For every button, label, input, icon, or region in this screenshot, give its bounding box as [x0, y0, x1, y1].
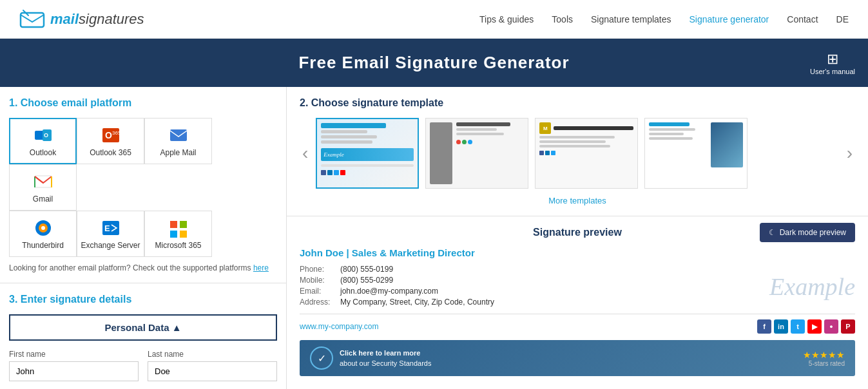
youtube-icon[interactable]: ▶ [807, 319, 822, 334]
section-1-title: 1. Choose email platform [9, 97, 277, 109]
user-manual[interactable]: ⊞ User's manual [810, 51, 855, 75]
platform-gmail[interactable]: Gmail [9, 164, 77, 211]
nav-tips[interactable]: Tips & guides [479, 14, 534, 24]
last-name-label: Last name [148, 350, 277, 359]
sig-preview-header: Signature preview ☾ Dark mode preview [300, 227, 855, 238]
first-name-label: First name [9, 350, 139, 359]
personal-data-header[interactable]: Personal Data ▲ [9, 314, 277, 341]
svg-text:O: O [105, 130, 112, 140]
svg-point-11 [41, 226, 45, 230]
banner-left: ✓ Click here to learn more about our Sec… [310, 346, 431, 370]
hero-banner: Free Email Signature Generator ⊞ User's … [0, 39, 868, 87]
outlook-icon: O [33, 125, 53, 146]
template-2[interactable] [425, 118, 528, 189]
platform-outlook[interactable]: O Outlook [9, 118, 77, 164]
applemail-label: Apple Mail [160, 148, 196, 157]
banner-stars: ★★★★★ [803, 350, 845, 360]
sig-preview-section: Signature preview ☾ Dark mode preview Jo… [287, 216, 868, 386]
first-name-group: First name [9, 350, 139, 381]
sig-mobile-label: Mobile: [300, 276, 335, 285]
platform-applemail[interactable]: Apple Mail [144, 118, 212, 164]
nav-tools[interactable]: Tools [552, 14, 573, 24]
svg-rect-0 [21, 13, 44, 27]
svg-rect-14 [170, 221, 177, 228]
platform-exchange[interactable]: E Exchange Server [77, 211, 144, 257]
thunderbird-icon [33, 218, 53, 238]
right-panel: 2. Choose signature template ‹ Example [287, 87, 868, 389]
svg-text:365: 365 [112, 130, 121, 136]
sig-address-value: My Company, Street, City, Zip Code, Coun… [340, 298, 494, 307]
dark-mode-label: Dark mode preview [780, 228, 846, 237]
twitter-icon[interactable]: t [791, 319, 805, 334]
outlook-label: Outlook [30, 148, 56, 157]
sig-row-address: Address: My Company, Street, City, Zip C… [300, 298, 757, 307]
sig-body: Phone: (800) 555-0199 Mobile: (800) 555-… [300, 265, 855, 308]
banner-rated: 5-stars rated [803, 360, 845, 367]
sig-email-value: john.doe@my-company.com [340, 287, 438, 296]
platform-info: Looking for another email platform? Chec… [9, 263, 277, 272]
section-2-title: 2. Choose signature template [300, 97, 855, 109]
svg-rect-16 [170, 231, 177, 238]
thunderbird-label: Thunderbird [22, 241, 64, 250]
last-name-input[interactable] [148, 361, 277, 381]
first-name-input[interactable] [9, 361, 139, 381]
outlook365-icon: O365 [101, 125, 121, 146]
hero-title: Free Email Signature Generator [13, 53, 855, 73]
sig-details: Phone: (800) 555-0199 Mobile: (800) 555-… [300, 265, 757, 308]
carousel-next[interactable]: › [844, 144, 855, 162]
facebook-icon[interactable]: f [757, 319, 771, 334]
instagram-icon[interactable]: ● [824, 319, 838, 334]
gmail-label: Gmail [33, 194, 53, 204]
svg-text:O: O [44, 132, 48, 138]
templates-row: Example [316, 118, 838, 189]
section-3: 3. Enter signature details Personal Data… [0, 283, 286, 389]
logo-text: mailsignatures [50, 11, 144, 28]
banner-check-icon: ✓ [310, 346, 333, 370]
sig-preview-title: Signature preview [533, 227, 622, 238]
platform-ms365[interactable]: Microsoft 365 [144, 211, 212, 257]
social-icons: f in t ▶ ● P [757, 319, 855, 334]
sig-banner[interactable]: ✓ Click here to learn more about our Sec… [300, 340, 855, 376]
outlook365-label: Outlook 365 [90, 148, 131, 157]
template-3[interactable]: M [535, 118, 638, 189]
platform-outlook365[interactable]: O365 Outlook 365 [77, 118, 144, 164]
svg-rect-17 [180, 231, 187, 238]
template-1[interactable]: Example [316, 118, 419, 189]
sig-address-label: Address: [300, 298, 335, 307]
manual-icon: ⊞ [810, 51, 855, 68]
nav-de[interactable]: DE [836, 14, 849, 24]
sig-website[interactable]: www.my-company.com [300, 322, 378, 331]
template-4[interactable] [644, 118, 747, 189]
exchange-label: Exchange Server [81, 241, 140, 250]
svg-rect-8 [35, 176, 52, 187]
dark-mode-button[interactable]: ☾ Dark mode preview [760, 223, 855, 242]
nav-templates[interactable]: Signature templates [591, 14, 671, 24]
platform-info-link[interactable]: here [253, 263, 269, 272]
ms365-label: Microsoft 365 [155, 241, 201, 250]
applemail-icon [168, 125, 189, 146]
main-nav: Tips & guides Tools Signature templates … [479, 14, 849, 24]
exchange-icon: E [101, 218, 121, 238]
logo[interactable]: mailsignatures [19, 9, 144, 30]
example-text: Example [769, 272, 855, 301]
sig-footer: www.my-company.com f in t ▶ ● P [300, 319, 855, 334]
platform-row2: Thunderbird E Exchange Server Microsoft … [9, 211, 277, 257]
form-row-name: First name Last name [9, 350, 277, 381]
main-layout: 1. Choose email platform O Outlook O365 … [0, 87, 868, 389]
sig-phone-label: Phone: [300, 265, 335, 274]
top-nav: mailsignatures Tips & guides Tools Signa… [0, 0, 868, 39]
nav-contact[interactable]: Contact [787, 14, 818, 24]
linkedin-icon[interactable]: in [774, 319, 788, 334]
svg-text:E: E [104, 223, 110, 233]
sig-logo: Example [769, 265, 855, 308]
more-templates-link[interactable]: More templates [548, 196, 606, 205]
sig-divider [300, 314, 855, 314]
ms365-icon [168, 218, 189, 238]
nav-generator[interactable]: Signature generator [690, 14, 769, 24]
pinterest-icon[interactable]: P [841, 319, 855, 334]
left-panel: 1. Choose email platform O Outlook O365 … [0, 87, 287, 389]
platform-thunderbird[interactable]: Thunderbird [9, 211, 77, 257]
carousel-prev[interactable]: ‹ [300, 144, 311, 162]
sig-email-label: Email: [300, 287, 335, 296]
sig-row-phone: Phone: (800) 555-0199 [300, 265, 757, 274]
